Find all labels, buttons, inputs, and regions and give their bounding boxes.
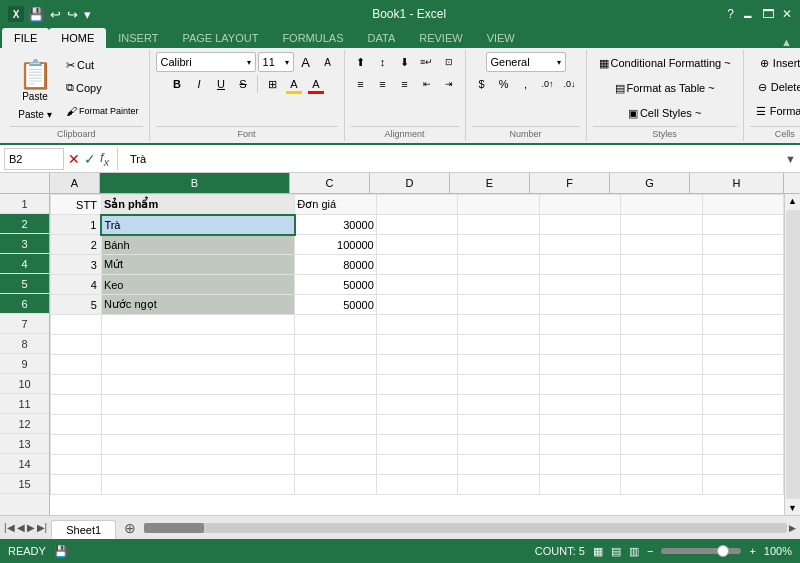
cell-E1[interactable] [458,195,539,215]
cell-C15[interactable] [295,475,376,495]
cell-E9[interactable] [458,355,539,375]
formula-expand-btn[interactable]: ▼ [785,153,796,165]
wrap-text-btn[interactable]: ≡↵ [417,52,437,72]
row-number-13[interactable]: 13 [0,434,49,454]
cell-D1[interactable] [376,195,457,215]
cell-G4[interactable] [621,255,702,275]
cell-F14[interactable] [539,455,620,475]
cell-B7[interactable] [101,315,294,335]
sheet-nav-first[interactable]: |◀ [4,522,15,533]
sheet-nav-next[interactable]: ▶ [27,522,35,533]
font-color-button[interactable]: A [306,74,326,94]
col-header-g[interactable]: G [610,173,690,193]
col-header-b[interactable]: B [100,173,290,193]
col-header-d[interactable]: D [370,173,450,193]
layout-page-btn[interactable]: ▤ [611,545,621,558]
confirm-formula-btn[interactable]: ✓ [84,151,96,167]
cell-D12[interactable] [376,415,457,435]
cell-F8[interactable] [539,335,620,355]
decrease-decimal-btn[interactable]: .0↓ [560,74,580,94]
cell-G10[interactable] [621,375,702,395]
cell-D11[interactable] [376,395,457,415]
cell-H1[interactable] [702,195,784,215]
cell-H5[interactable] [702,275,784,295]
align-right-btn[interactable]: ≡ [395,74,415,94]
cell-E6[interactable] [458,295,539,315]
row-number-12[interactable]: 12 [0,414,49,434]
cell-E7[interactable] [458,315,539,335]
zoom-slider[interactable] [661,548,741,554]
sheet-nav-prev[interactable]: ◀ [17,522,25,533]
ribbon-collapse-btn[interactable]: ▲ [781,36,792,48]
align-left-btn[interactable]: ≡ [351,74,371,94]
cell-styles-btn[interactable]: ▣ Cell Styles ~ [622,102,707,124]
minimize-btn[interactable]: 🗕 [742,7,754,21]
cell-B3[interactable]: Bánh [101,235,294,255]
cell-C10[interactable] [295,375,376,395]
cell-B2[interactable]: Trà [101,215,294,235]
cell-C12[interactable] [295,415,376,435]
cell-A7[interactable] [51,315,102,335]
cell-G3[interactable] [621,235,702,255]
cell-A11[interactable] [51,395,102,415]
layout-pagebreak-btn[interactable]: ▥ [629,545,639,558]
merge-btn[interactable]: ⊡ [439,52,459,72]
zoom-increase-btn[interactable]: + [749,545,755,557]
cell-H6[interactable] [702,295,784,315]
cell-A6[interactable]: 5 [51,295,102,315]
row-number-1[interactable]: 1 [0,194,49,214]
cell-D15[interactable] [376,475,457,495]
cell-B14[interactable] [101,455,294,475]
cell-B13[interactable] [101,435,294,455]
cell-A9[interactable] [51,355,102,375]
cell-A13[interactable] [51,435,102,455]
cell-B4[interactable]: Mứt [101,255,294,275]
cell-F12[interactable] [539,415,620,435]
h-scroll-thumb[interactable] [144,523,204,533]
cell-A3[interactable]: 2 [51,235,102,255]
row-number-5[interactable]: 5 [0,274,49,294]
cell-G14[interactable] [621,455,702,475]
cell-C5[interactable]: 50000 [295,275,376,295]
cell-A1[interactable]: STT [51,195,102,215]
cell-B15[interactable] [101,475,294,495]
font-size-selector[interactable]: 11 ▾ [258,52,294,72]
cell-F15[interactable] [539,475,620,495]
cell-A10[interactable] [51,375,102,395]
tab-data[interactable]: DATA [356,28,408,48]
cell-H14[interactable] [702,455,784,475]
copy-button[interactable]: ⧉ Copy [62,77,143,99]
cell-A15[interactable] [51,475,102,495]
fill-color-button[interactable]: A [284,74,304,94]
increase-indent-btn[interactable]: ⇥ [439,74,459,94]
cell-C14[interactable] [295,455,376,475]
cell-D7[interactable] [376,315,457,335]
row-number-10[interactable]: 10 [0,374,49,394]
cell-C4[interactable]: 80000 [295,255,376,275]
cell-E5[interactable] [458,275,539,295]
format-painter-button[interactable]: 🖌 Format Painter [62,100,143,122]
row-number-9[interactable]: 9 [0,354,49,374]
cell-F13[interactable] [539,435,620,455]
decrease-font-btn[interactable]: A [318,52,338,72]
cell-G13[interactable] [621,435,702,455]
cell-G8[interactable] [621,335,702,355]
redo-quick-btn[interactable]: ↪ [67,7,78,22]
scroll-down-btn[interactable]: ▼ [786,501,799,515]
cell-G12[interactable] [621,415,702,435]
cell-F9[interactable] [539,355,620,375]
cell-H2[interactable] [702,215,784,235]
cell-C2[interactable]: 30000 [295,215,376,235]
tab-file[interactable]: FILE [2,28,49,48]
col-header-h[interactable]: H [690,173,784,193]
cell-H10[interactable] [702,375,784,395]
formula-input[interactable] [126,148,781,170]
cell-G9[interactable] [621,355,702,375]
cell-D5[interactable] [376,275,457,295]
cell-C9[interactable] [295,355,376,375]
zoom-decrease-btn[interactable]: − [647,545,653,557]
scroll-thumb[interactable] [786,210,800,499]
cell-C3[interactable]: 100000 [295,235,376,255]
align-middle-btn[interactable]: ↕ [373,52,393,72]
delete-btn[interactable]: ⊖ Delete ~ [752,76,800,98]
